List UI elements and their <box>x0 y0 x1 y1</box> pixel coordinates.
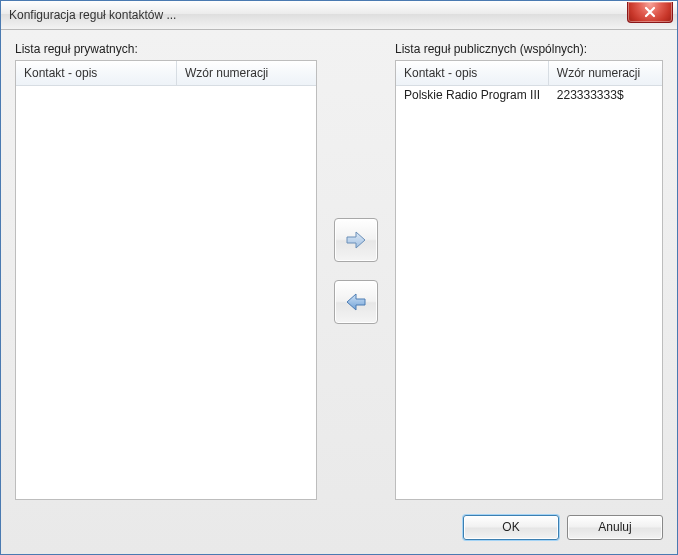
transfer-controls <box>317 42 395 500</box>
column-header-contact[interactable]: Kontakt - opis <box>16 61 177 85</box>
column-header-pattern[interactable]: Wzór numeracji <box>177 61 316 85</box>
public-rules-panel: Lista reguł publicznych (wspólnych): Kon… <box>395 42 663 500</box>
arrow-right-icon <box>343 227 369 253</box>
close-button[interactable] <box>627 2 673 23</box>
table-row[interactable]: Polskie Radio Program III223333333$ <box>396 86 662 106</box>
lists-row: Lista reguł prywatnych: Kontakt - opis W… <box>15 42 663 500</box>
titlebar: Konfiguracja reguł kontaktów ... <box>1 1 677 30</box>
column-header-contact[interactable]: Kontakt - opis <box>396 61 549 85</box>
column-header-pattern[interactable]: Wzór numeracji <box>549 61 662 85</box>
client-area: Lista reguł prywatnych: Kontakt - opis W… <box>1 30 677 554</box>
cancel-button[interactable]: Anuluj <box>567 515 663 540</box>
move-left-button[interactable] <box>334 280 378 324</box>
public-list-header: Kontakt - opis Wzór numeracji <box>396 61 662 86</box>
dialog-window: Konfiguracja reguł kontaktów ... Lista r… <box>0 0 678 555</box>
window-title: Konfiguracja reguł kontaktów ... <box>9 8 627 22</box>
close-icon <box>644 6 656 18</box>
ok-button[interactable]: OK <box>463 515 559 540</box>
private-list-body <box>16 86 316 499</box>
private-rules-list[interactable]: Kontakt - opis Wzór numeracji <box>15 60 317 500</box>
cell-pattern: 223333333$ <box>549 86 662 106</box>
arrow-left-icon <box>343 289 369 315</box>
private-rules-panel: Lista reguł prywatnych: Kontakt - opis W… <box>15 42 317 500</box>
move-right-button[interactable] <box>334 218 378 262</box>
public-rules-label: Lista reguł publicznych (wspólnych): <box>395 42 663 56</box>
public-list-body: Polskie Radio Program III223333333$ <box>396 86 662 499</box>
public-rules-list[interactable]: Kontakt - opis Wzór numeracji Polskie Ra… <box>395 60 663 500</box>
private-list-header: Kontakt - opis Wzór numeracji <box>16 61 316 86</box>
cell-contact: Polskie Radio Program III <box>396 86 549 106</box>
private-rules-label: Lista reguł prywatnych: <box>15 42 317 56</box>
dialog-buttons: OK Anuluj <box>15 500 663 544</box>
